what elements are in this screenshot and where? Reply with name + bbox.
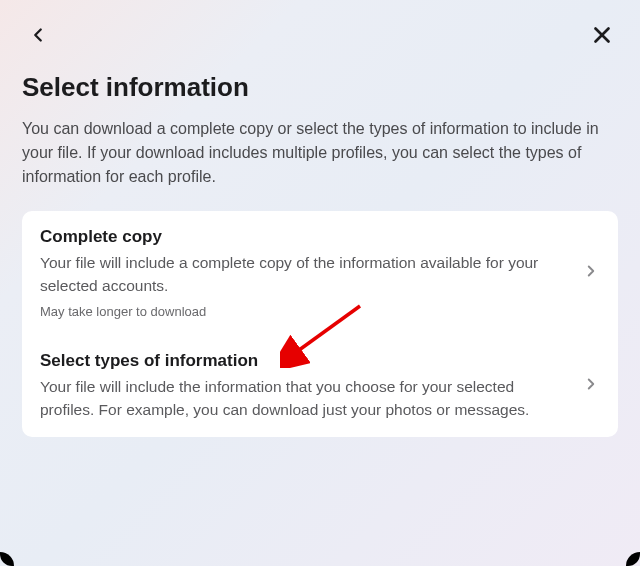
page-description: You can download a complete copy or sele… [22, 117, 618, 189]
chevron-right-icon [582, 375, 600, 397]
option-note: May take longer to download [40, 304, 558, 319]
option-select-types[interactable]: Select types of information Your file wi… [22, 335, 618, 438]
close-icon [589, 22, 615, 51]
back-button[interactable] [20, 18, 56, 54]
dialog-header [0, 0, 640, 54]
page-title: Select information [22, 72, 618, 103]
options-card: Complete copy Your file will include a c… [22, 211, 618, 437]
option-text: Select types of information Your file wi… [40, 351, 582, 422]
option-title: Select types of information [40, 351, 558, 371]
corner-decoration [0, 552, 14, 566]
close-button[interactable] [584, 18, 620, 54]
option-complete-copy[interactable]: Complete copy Your file will include a c… [22, 211, 618, 335]
option-description: Your file will include a complete copy o… [40, 251, 558, 298]
chevron-left-icon [27, 24, 49, 49]
option-text: Complete copy Your file will include a c… [40, 227, 582, 319]
corner-decoration [626, 552, 640, 566]
dialog-content: Select information You can download a co… [0, 54, 640, 437]
chevron-right-icon [582, 262, 600, 284]
option-title: Complete copy [40, 227, 558, 247]
option-description: Your file will include the information t… [40, 375, 558, 422]
